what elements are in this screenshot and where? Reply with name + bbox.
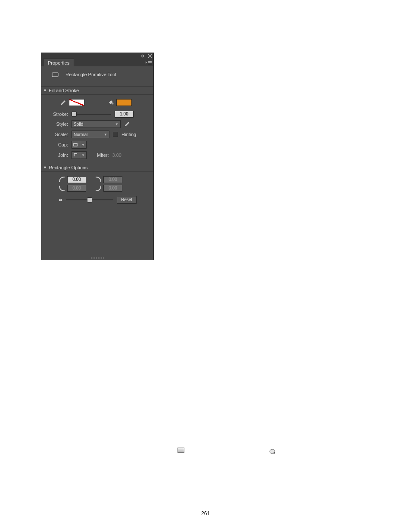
rectangle-options-title: Rectangle Options — [49, 165, 88, 170]
corner-radius-grid: 0.00 0.00 0.00 — [46, 174, 149, 193]
chevron-down-icon: ▼ — [104, 133, 107, 137]
svg-rect-0 — [148, 61, 152, 62]
reset-button[interactable]: Reset — [117, 196, 137, 204]
page-number: 261 — [201, 510, 210, 516]
oval-primitive-inline-icon — [269, 448, 276, 454]
corner-link-row: ⇔ Reset — [46, 193, 149, 204]
style-label: Style: — [46, 121, 68, 127]
tool-header: Rectangle Primitive Tool — [41, 66, 153, 87]
style-row: Style: Solid ▼ — [46, 119, 149, 129]
disclosure-triangle-icon: ▼ — [43, 88, 47, 93]
svg-point-4 — [112, 103, 114, 105]
svg-rect-1 — [148, 62, 152, 63]
hinting-label: Hinting — [121, 132, 136, 137]
join-button[interactable] — [72, 151, 80, 159]
fill-stroke-title: Fill and Stroke — [49, 88, 79, 93]
fill-stroke-header[interactable]: ▼ Fill and Stroke — [41, 87, 153, 95]
rectangle-options-header[interactable]: ▼ Rectangle Options — [41, 164, 153, 172]
stroke-label: Stroke: — [46, 112, 68, 117]
join-label: Join: — [46, 152, 68, 158]
tab-properties[interactable]: Properties — [43, 59, 74, 66]
corner-br-icon — [95, 185, 102, 192]
rectangle-primitive-inline-icon — [177, 447, 184, 453]
stroke-row: Stroke: 1.00 — [46, 109, 149, 119]
tool-name-label: Rectangle Primitive Tool — [65, 72, 116, 77]
scale-row: Scale: Normal ▼ Hinting — [46, 129, 149, 140]
cap-dropdown[interactable]: ▼ — [80, 141, 87, 149]
corner-br-input[interactable]: 0.00 — [103, 185, 122, 192]
collapse-icon[interactable] — [141, 54, 146, 58]
corner-bl-icon — [59, 185, 65, 192]
stroke-weight-input[interactable]: 1.00 — [115, 111, 134, 118]
chevron-down-icon: ▼ — [115, 122, 118, 126]
cap-button[interactable] — [72, 141, 80, 149]
svg-rect-3 — [52, 73, 58, 77]
join-row: Join: ▼ Miter: 3.00 — [46, 150, 149, 160]
svg-point-7 — [274, 452, 275, 454]
rectangle-primitive-tool-icon — [52, 71, 59, 78]
panel-menu-icon[interactable] — [146, 60, 152, 65]
svg-rect-5 — [74, 143, 77, 146]
edit-stroke-style-icon[interactable] — [124, 121, 130, 127]
swatch-row — [46, 97, 149, 109]
style-value: Solid — [74, 122, 83, 127]
fill-stroke-body: Stroke: 1.00 Style: Solid ▼ Scale: Norma… — [41, 95, 153, 164]
close-icon[interactable] — [148, 54, 152, 58]
miter-value: 3.00 — [112, 152, 121, 158]
tab-row: Properties — [41, 59, 153, 66]
corner-tl-input[interactable]: 0.00 — [67, 176, 86, 183]
style-dropdown[interactable]: Solid ▼ — [72, 120, 121, 128]
properties-panel: Properties Rectangle Primitive Tool ▼ Fi… — [41, 53, 153, 260]
disclosure-triangle-icon: ▼ — [43, 165, 47, 170]
corner-tr-icon — [95, 176, 102, 183]
scale-dropdown[interactable]: Normal ▼ — [72, 131, 109, 138]
rectangle-options-body: 0.00 0.00 0.00 — [41, 172, 153, 207]
panel-resize-grip[interactable] — [91, 257, 104, 259]
corner-tr-input[interactable]: 0.00 — [103, 176, 122, 183]
pencil-icon — [60, 100, 66, 106]
panel-titlebar — [41, 53, 153, 59]
paint-bucket-icon — [108, 100, 114, 106]
corner-tl-icon — [59, 176, 65, 183]
link-corners-icon[interactable]: ⇔ — [59, 197, 62, 203]
scale-value: Normal — [74, 132, 87, 137]
hinting-checkbox[interactable] — [113, 132, 118, 137]
miter-label: Miter: — [97, 152, 109, 158]
cap-label: Cap: — [46, 142, 68, 147]
stroke-weight-slider[interactable] — [72, 112, 111, 117]
svg-rect-2 — [148, 64, 152, 64]
scale-label: Scale: — [46, 132, 68, 137]
fill-color-swatch[interactable] — [116, 99, 132, 106]
cap-row: Cap: ▼ — [46, 140, 149, 150]
corner-radius-slider[interactable] — [66, 197, 113, 202]
corner-bl-input[interactable]: 0.00 — [67, 185, 86, 192]
join-dropdown[interactable]: ▼ — [80, 151, 87, 159]
stroke-color-swatch[interactable] — [69, 99, 84, 106]
